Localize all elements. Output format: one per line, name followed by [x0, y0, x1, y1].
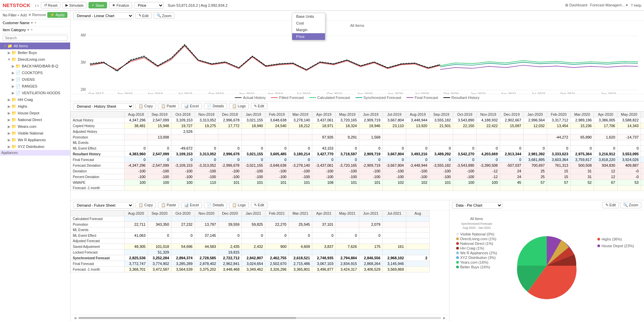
table-cell[interactable]: 101 — [289, 180, 312, 185]
table-cell[interactable] — [265, 140, 289, 146]
table-cell[interactable] — [242, 140, 265, 146]
table-cell[interactable]: 3,564,539 — [171, 267, 195, 272]
table-cell[interactable] — [406, 222, 430, 227]
table-cell[interactable]: -3,648,638 — [265, 163, 289, 168]
help-button[interactable]: ? Help — [631, 3, 641, 7]
table-cell[interactable]: 2,435 — [218, 244, 242, 250]
table-cell[interactable] — [618, 129, 641, 135]
chevron-down-icon[interactable]: ▾ — [31, 20, 33, 25]
table-cell[interactable] — [336, 185, 359, 191]
table-cell[interactable]: 0 — [218, 146, 242, 151]
table-cell[interactable]: 0 — [500, 146, 524, 151]
table-cell[interactable]: 2,722,712 — [218, 255, 242, 261]
table-cell[interactable] — [289, 129, 312, 135]
table-cell[interactable]: -100 — [453, 168, 477, 174]
table-cell[interactable]: 0 — [218, 157, 242, 163]
save-button[interactable]: ✓ Save — [89, 2, 107, 8]
tree-item-hh-craig[interactable]: ▶ 📁 HH Craig — [0, 96, 70, 103]
table-cell[interactable]: 43,153 — [312, 146, 336, 151]
table-cell[interactable]: 2,748,935 — [312, 255, 336, 261]
table-cell[interactable]: 101 — [265, 180, 289, 185]
table-cell[interactable] — [571, 129, 594, 135]
table-cell[interactable]: -2,547,099 — [148, 163, 171, 168]
tree-item-we-r-appliances[interactable]: ▶ 📁 We R Appliances — [0, 137, 70, 143]
table-cell[interactable]: 108 — [312, 180, 336, 185]
table-cell[interactable]: 22,711 — [124, 222, 148, 227]
dropdown-cost[interactable]: Cost — [292, 20, 325, 26]
table-cell[interactable] — [124, 227, 148, 233]
table-cell[interactable]: 0 — [618, 146, 641, 151]
table-cell[interactable]: -100 — [218, 174, 242, 180]
table-cell[interactable]: 24 — [500, 174, 524, 180]
table-cell[interactable]: 110 — [195, 180, 218, 185]
table-cell[interactable]: 3,448,468 — [218, 267, 242, 272]
table-cell[interactable] — [406, 216, 430, 222]
table-cell[interactable]: 0 — [430, 157, 453, 163]
table-cell[interactable]: 2,909,719 — [359, 151, 383, 157]
table-cell[interactable]: -100 — [148, 174, 171, 180]
tree-item-cooktops[interactable]: ▶ 📄 COOKTOPS — [0, 69, 70, 76]
table-cell[interactable] — [406, 250, 430, 255]
simulate-button[interactable]: ▶ Simulate — [62, 2, 87, 8]
table-cell[interactable] — [312, 227, 336, 233]
history-edit-button[interactable]: ✎ Edit — [251, 103, 267, 109]
table-cell[interactable]: 23,110 — [383, 123, 406, 129]
table-cell[interactable]: 2,989,196 — [571, 117, 594, 123]
apply-filter-button[interactable]: ⚡ Apply — [47, 12, 67, 18]
table-cell[interactable] — [571, 185, 594, 191]
table-cell[interactable]: 1,568 — [359, 135, 383, 140]
table-cell[interactable] — [383, 227, 406, 233]
table-cell[interactable] — [218, 129, 242, 135]
table-cell[interactable] — [383, 238, 406, 244]
table-cell[interactable]: -3,109,153 — [171, 163, 195, 168]
table-cell[interactable]: -49,672 — [171, 146, 195, 151]
table-cell[interactable]: 3,681,895 — [524, 157, 547, 163]
tree-toggle-highs[interactable]: ▶ — [7, 104, 11, 109]
table-cell[interactable]: 2,846,556 — [359, 255, 383, 261]
table-cell[interactable] — [359, 250, 383, 255]
table-cell[interactable] — [594, 185, 618, 191]
table-cell[interactable]: 59,825 — [242, 222, 265, 227]
table-cell[interactable]: 12,032 — [524, 123, 547, 129]
table-cell[interactable]: -2,909,719 — [359, 163, 383, 168]
table-cell[interactable]: 0 — [148, 157, 171, 163]
tree-toggle-vent[interactable]: ▶ — [11, 91, 15, 95]
table-cell[interactable]: -3,543,890 — [453, 163, 477, 168]
table-cell[interactable] — [641, 174, 644, 180]
table-cell[interactable] — [312, 140, 336, 146]
table-cell[interactable] — [312, 250, 336, 255]
table-cell[interactable]: 3,313,052 — [195, 151, 218, 157]
table-cell[interactable]: -100 — [383, 168, 406, 174]
table-cell[interactable]: -100 — [289, 168, 312, 174]
table-cell[interactable]: 22,150 — [453, 123, 477, 129]
pie-edit-button[interactable]: ✎ Edit — [602, 202, 619, 208]
table-cell[interactable]: 2,975,364 — [571, 151, 594, 157]
table-cell[interactable]: 57 — [524, 180, 547, 185]
table-cell[interactable] — [148, 185, 171, 191]
table-cell[interactable]: 1,620 — [594, 135, 618, 140]
table-cell[interactable]: 2,079 — [359, 222, 383, 227]
table-cell[interactable]: 2,825,536 — [124, 255, 148, 261]
table-cell[interactable]: -100 — [289, 174, 312, 180]
add-filter-button[interactable]: + Add — [17, 12, 27, 18]
table-cell[interactable]: 900 — [265, 244, 289, 250]
table-cell[interactable] — [406, 129, 430, 135]
table-cell[interactable] — [641, 185, 644, 191]
table-cell[interactable]: -3,313,052 — [195, 163, 218, 168]
table-cell[interactable]: 17,772 — [218, 123, 242, 129]
table-cell[interactable]: 57 — [547, 180, 571, 185]
table-cell[interactable]: 24,540 — [265, 123, 289, 129]
tree-toggle-better[interactable]: ▶ — [7, 51, 11, 55]
table-cell[interactable]: -100 — [406, 168, 430, 174]
table-cell[interactable]: 2,913,344 — [500, 151, 524, 157]
table-cell[interactable]: 101 — [242, 180, 265, 185]
table-cell[interactable]: 18,946 — [359, 123, 383, 129]
table-cell[interactable]: 100 — [148, 180, 171, 185]
table-cell[interactable]: 2,432 — [242, 244, 265, 250]
table-cell[interactable] — [477, 185, 500, 191]
table-cell[interactable]: 3,555,182 — [430, 117, 453, 123]
table-cell[interactable] — [218, 140, 242, 146]
table-cell[interactable] — [124, 250, 148, 255]
table-cell[interactable] — [265, 135, 289, 140]
table-cell[interactable]: 2,996,564 — [524, 117, 547, 123]
